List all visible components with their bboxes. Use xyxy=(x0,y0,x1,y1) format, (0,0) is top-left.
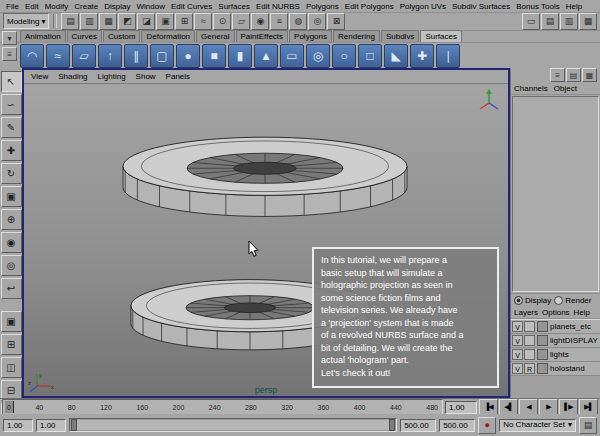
panel-menu-view[interactable]: View xyxy=(31,72,48,81)
shelf-tab-surfaces[interactable]: Surfaces xyxy=(420,30,462,43)
layer-visibility-toggle[interactable]: V xyxy=(512,363,523,374)
select-by-component-icon[interactable]: ▣ xyxy=(156,13,174,30)
snap-to-grid-icon[interactable]: ⊞ xyxy=(175,13,193,30)
layer-menu-options[interactable]: Options xyxy=(542,308,570,317)
menu-polygons[interactable]: Polygons xyxy=(303,2,342,11)
animation-preferences-button[interactable]: ▤ xyxy=(579,417,597,434)
layer-renderable-toggle[interactable] xyxy=(524,349,535,360)
tool-settings-toggle-icon[interactable]: ▥ xyxy=(560,13,578,30)
viewport-canvas[interactable]: x y z In this tutorial, we will prepare … xyxy=(24,84,508,396)
menu-help[interactable]: Help xyxy=(563,2,585,11)
menu-file[interactable]: File xyxy=(3,2,22,11)
layer-visibility-toggle[interactable]: V xyxy=(512,349,523,360)
persp-outliner-layout-button[interactable]: ◫ xyxy=(1,357,22,378)
universal-manipulator-tool[interactable]: ⊕ xyxy=(1,209,22,230)
play-backwards-button[interactable]: ◀ xyxy=(519,399,538,415)
shelf-tab-polygons[interactable]: Polygons xyxy=(289,30,332,43)
snap-to-curve-icon[interactable]: ≈ xyxy=(194,13,212,30)
birail-icon[interactable]: ∥ xyxy=(124,44,148,68)
play-forwards-button[interactable]: ▶ xyxy=(539,399,558,415)
attribute-editor-toggle-icon[interactable]: ▤ xyxy=(541,13,559,30)
open-scene-icon[interactable]: ▥ xyxy=(80,13,98,30)
character-set-selector[interactable]: No Character Set ▾ xyxy=(499,419,576,432)
split-channel-layer-icon[interactable]: ▦ xyxy=(582,68,597,82)
nurbs-cylinder-icon[interactable]: ▮ xyxy=(228,44,252,68)
layer-visibility-toggle[interactable]: V xyxy=(512,321,523,332)
range-end-handle[interactable] xyxy=(389,419,395,431)
go-to-end-button[interactable]: ▶▌ xyxy=(579,399,598,415)
select-tool[interactable]: ↖ xyxy=(1,71,22,92)
layer-color-swatch[interactable] xyxy=(537,321,548,332)
single-pane-layout-button[interactable]: ▣ xyxy=(1,311,22,332)
layer-row-planets-etc[interactable]: Vplanets_etc xyxy=(511,320,600,334)
shelf-tab-subdivs[interactable]: Subdivs xyxy=(381,30,419,43)
snap-to-point-icon[interactable]: ⊙ xyxy=(213,13,231,30)
layer-menu-layers[interactable]: Layers xyxy=(514,308,538,317)
insert-isoparm-icon[interactable]: ∣ xyxy=(436,44,460,68)
shelf-tab-deformation[interactable]: Deformation xyxy=(141,30,195,43)
new-scene-icon[interactable]: ▤ xyxy=(61,13,79,30)
shelf-tab-curves[interactable]: Curves xyxy=(67,30,102,43)
auto-keyframe-button[interactable]: ● xyxy=(478,417,496,434)
channel-menu-object[interactable]: Object xyxy=(554,84,577,93)
animation-start-field[interactable]: 1.00 xyxy=(3,419,33,432)
range-start-handle[interactable] xyxy=(71,419,77,431)
layer-renderable-toggle[interactable] xyxy=(524,321,535,332)
render-current-frame-icon[interactable]: ◍ xyxy=(289,13,307,30)
nurbs-cube-icon[interactable]: ■ xyxy=(202,44,226,68)
channel-box-area[interactable] xyxy=(512,96,599,292)
nurbs-sphere-icon[interactable]: ● xyxy=(176,44,200,68)
render-globals-icon[interactable]: ⊠ xyxy=(327,13,345,30)
shelf-tab-painteffects[interactable]: PaintEffects xyxy=(236,30,289,43)
menu-set-selector[interactable]: Modeling ▾ xyxy=(3,13,49,29)
menu-display[interactable]: Display xyxy=(101,2,133,11)
display-mode-radio-display[interactable]: Display xyxy=(514,296,551,305)
make-live-icon[interactable]: ◉ xyxy=(251,13,269,30)
layer-visibility-toggle[interactable]: V xyxy=(512,335,523,346)
animation-end-field[interactable]: 500.00 xyxy=(439,419,475,432)
channel-menu-channels[interactable]: Channels xyxy=(514,84,548,93)
playback-end-field[interactable]: 500.00 xyxy=(400,419,436,432)
layer-renderable-toggle[interactable] xyxy=(524,335,535,346)
shelf-tab-animation[interactable]: Animation xyxy=(20,30,66,43)
bevel-icon[interactable]: ◣ xyxy=(384,44,408,68)
scale-tool[interactable]: ▣ xyxy=(1,186,22,207)
step-forward-one-frame-button[interactable]: ▌▶ xyxy=(559,399,578,415)
loft-icon[interactable]: ≈ xyxy=(46,44,70,68)
shelf-tab-cycle-button[interactable]: ▾ xyxy=(2,31,17,45)
shelf-menu-button[interactable]: ≡ xyxy=(2,47,17,61)
planar-icon[interactable]: ▱ xyxy=(72,44,96,68)
channels-lock-icon[interactable]: ≡ xyxy=(550,68,565,82)
layer-row-holostand[interactable]: VRholostand xyxy=(511,362,600,376)
boundary-icon[interactable]: ▢ xyxy=(150,44,174,68)
menu-bonus-tools[interactable]: Bonus Tools xyxy=(513,2,562,11)
holo-projector-disc-upper[interactable] xyxy=(123,137,407,216)
shelf-tab-general[interactable]: General xyxy=(196,30,234,43)
nurbs-square-icon[interactable]: □ xyxy=(358,44,382,68)
layer-row-lights[interactable]: Vlights xyxy=(511,348,600,362)
extrude-icon[interactable]: ↑ xyxy=(98,44,122,68)
select-by-hierarchy-icon[interactable]: ◩ xyxy=(118,13,136,30)
step-back-one-frame-button[interactable]: ◀▌ xyxy=(499,399,518,415)
four-pane-layout-button[interactable]: ⊞ xyxy=(1,334,22,355)
revolve-icon[interactable]: ◠ xyxy=(20,44,44,68)
layer-color-swatch[interactable] xyxy=(537,363,548,374)
panel-menu-shading[interactable]: Shading xyxy=(58,72,87,81)
time-slider[interactable]: 04080120160200240280320360400440480 xyxy=(2,399,443,415)
select-by-object-icon[interactable]: ◪ xyxy=(137,13,155,30)
move-tool[interactable]: ✚ xyxy=(1,140,22,161)
menu-surfaces[interactable]: Surfaces xyxy=(215,2,253,11)
construction-history-icon[interactable]: ≡ xyxy=(270,13,288,30)
playback-start-field[interactable]: 1.00 xyxy=(36,419,66,432)
menu-modify[interactable]: Modify xyxy=(42,2,72,11)
menu-create[interactable]: Create xyxy=(71,2,101,11)
current-time-field[interactable]: 1.00 xyxy=(445,401,477,414)
menu-polygon-uvs[interactable]: Polygon UVs xyxy=(397,2,449,11)
display-mode-radio-render[interactable]: Render xyxy=(554,296,591,305)
nurbs-cone-icon[interactable]: ▲ xyxy=(254,44,278,68)
snap-to-view-plane-icon[interactable]: ▱ xyxy=(232,13,250,30)
paint-select-tool[interactable]: ✎ xyxy=(1,117,22,138)
last-tool[interactable]: ↩ xyxy=(1,278,22,299)
rotate-tool[interactable]: ↻ xyxy=(1,163,22,184)
shelf-tab-custom[interactable]: Custom xyxy=(103,30,141,43)
